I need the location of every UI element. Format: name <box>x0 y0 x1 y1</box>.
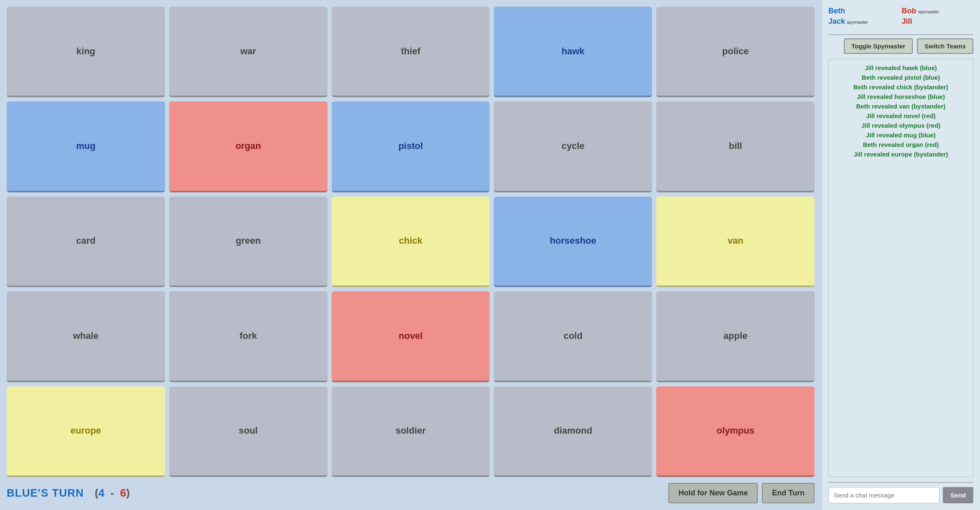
sidebar: BethBobspymasterJackspymasterJill Toggle… <box>821 0 980 510</box>
card-war[interactable]: war <box>169 7 328 97</box>
red-score: 6 <box>120 487 126 499</box>
card-horseshoe[interactable]: horseshoe <box>494 197 652 287</box>
sidebar-divider <box>828 34 973 35</box>
card-europe[interactable]: europe <box>7 386 165 477</box>
log-entry: Beth revealed chick (bystander) <box>834 83 968 91</box>
card-bill[interactable]: bill <box>656 101 815 192</box>
card-van[interactable]: van <box>656 197 815 287</box>
card-pistol[interactable]: pistol <box>332 101 490 192</box>
score: (4 - 6) <box>95 487 130 500</box>
send-button[interactable]: Send <box>943 487 973 503</box>
card-diamond[interactable]: diamond <box>494 386 652 477</box>
player-bob: Bobspymaster <box>902 7 974 15</box>
card-fork[interactable]: fork <box>169 291 328 382</box>
log-entry: Jill revealed horseshoe (blue) <box>834 93 968 100</box>
card-mug[interactable]: mug <box>7 101 165 192</box>
sidebar-buttons: Toggle Spymaster Switch Teams <box>828 38 973 54</box>
card-hawk[interactable]: hawk <box>494 7 652 97</box>
chat-input[interactable] <box>828 487 939 503</box>
log-entry: Jill revealed novel (red) <box>834 112 968 119</box>
log-entry: Jill revealed hawk (blue) <box>834 64 968 71</box>
log-entry: Jill revealed olympus (red) <box>834 122 968 129</box>
bottom-bar: BLUE'S TURN (4 - 6) Hold for New Game En… <box>7 483 815 503</box>
player-jack: Jackspymaster <box>828 17 900 26</box>
bottom-buttons: Hold for New Game End Turn <box>668 483 815 503</box>
players-section: BethBobspymasterJackspymasterJill <box>828 7 973 26</box>
card-soldier[interactable]: soldier <box>332 386 490 477</box>
card-organ[interactable]: organ <box>169 101 328 192</box>
log-entry: Jill revealed europe (bystander) <box>834 151 968 158</box>
log-entry: Beth revealed van (bystander) <box>834 103 968 110</box>
card-olympus[interactable]: olympus <box>656 386 815 477</box>
toggle-spymaster-button[interactable]: Toggle Spymaster <box>844 38 913 54</box>
card-novel[interactable]: novel <box>332 291 490 382</box>
grid: kingwarthiefhawkpolicemugorganpistolcycl… <box>7 7 815 477</box>
player-jill: Jill <box>902 17 974 26</box>
card-card[interactable]: card <box>7 197 165 287</box>
card-cold[interactable]: cold <box>494 291 652 382</box>
card-chick[interactable]: chick <box>332 197 490 287</box>
game-area: kingwarthiefhawkpolicemugorganpistolcycl… <box>0 0 821 510</box>
hold-new-game-button[interactable]: Hold for New Game <box>668 483 758 503</box>
log-entry: Beth revealed pistol (blue) <box>834 74 968 81</box>
log-section: Jill revealed hawk (blue)Beth revealed p… <box>828 59 973 477</box>
end-turn-button[interactable]: End Turn <box>762 483 815 503</box>
card-whale[interactable]: whale <box>7 291 165 382</box>
turn-indicator: BLUE'S TURN <box>7 487 84 500</box>
card-police[interactable]: police <box>656 7 815 97</box>
card-apple[interactable]: apple <box>656 291 815 382</box>
log-entry: Jill revealed mug (blue) <box>834 131 968 139</box>
chat-section: Send <box>828 482 973 503</box>
card-king[interactable]: king <box>7 7 165 97</box>
card-soul[interactable]: soul <box>169 386 328 477</box>
log-entry: Beth revealed organ (red) <box>834 141 968 148</box>
card-cycle[interactable]: cycle <box>494 101 652 192</box>
blue-score: 4 <box>98 487 104 499</box>
card-thief[interactable]: thief <box>332 7 490 97</box>
card-green[interactable]: green <box>169 197 328 287</box>
switch-teams-button[interactable]: Switch Teams <box>917 38 973 54</box>
player-beth: Beth <box>828 7 900 15</box>
